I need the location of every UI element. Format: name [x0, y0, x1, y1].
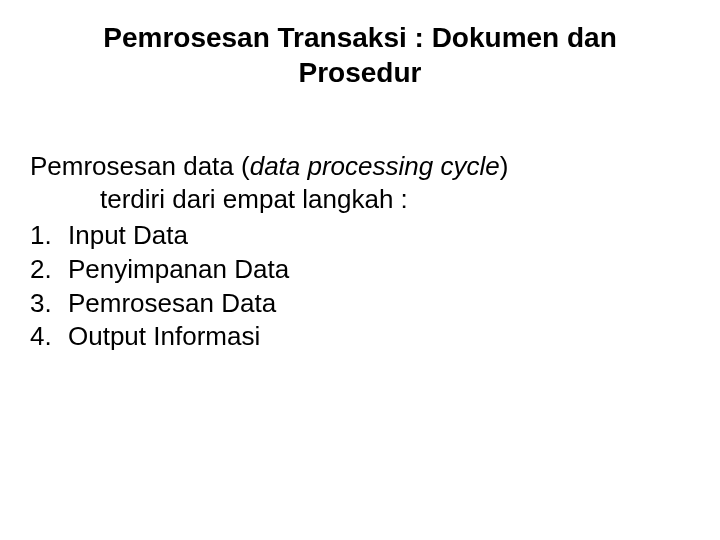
slide-title: Pemrosesan Transaksi : Dokumen dan Prose… — [30, 20, 690, 90]
list-item: 2. Penyimpanan Data — [30, 253, 690, 287]
list-number: 4. — [30, 320, 68, 354]
list-number: 3. — [30, 287, 68, 321]
intro-line-1: Pemrosesan data (data processing cycle) — [30, 150, 690, 183]
list-text: Penyimpanan Data — [68, 253, 690, 287]
list-text: Pemrosesan Data — [68, 287, 690, 321]
list-item: 3. Pemrosesan Data — [30, 287, 690, 321]
list-number: 1. — [30, 219, 68, 253]
list-number: 2. — [30, 253, 68, 287]
list-text: Input Data — [68, 219, 690, 253]
list-text: Output Informasi — [68, 320, 690, 354]
list-item: 1. Input Data — [30, 219, 690, 253]
intro-suffix: ) — [500, 151, 509, 181]
numbered-list: 1. Input Data 2. Penyimpanan Data 3. Pem… — [30, 219, 690, 354]
list-item: 4. Output Informasi — [30, 320, 690, 354]
intro-italic: data processing cycle — [250, 151, 500, 181]
intro-line-2: terdiri dari empat langkah : — [30, 183, 690, 216]
intro-prefix: Pemrosesan data ( — [30, 151, 250, 181]
intro-paragraph: Pemrosesan data (data processing cycle) … — [30, 150, 690, 215]
